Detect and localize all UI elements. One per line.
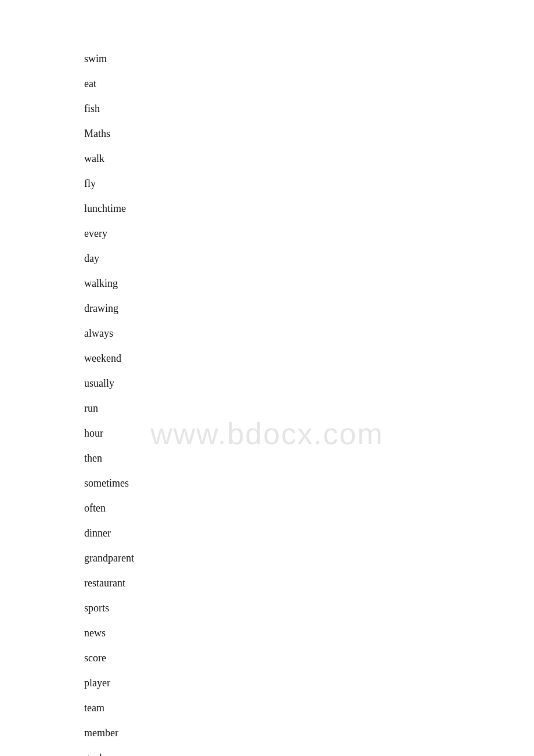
list-item: sometimes [84,471,534,496]
list-item: drawing [84,296,534,321]
list-item: always [84,321,534,346]
list-item: fish [84,96,534,121]
list-item: fly [84,171,534,196]
list-item: run [84,396,534,421]
list-item: lunchtime [84,196,534,221]
list-item: goal [84,746,534,756]
list-item: player [84,671,534,696]
list-item: day [84,246,534,271]
list-item: then [84,446,534,471]
list-item: grandparent [84,546,534,571]
list-item: usually [84,371,534,396]
list-item: hour [84,421,534,446]
list-item: restaurant [84,571,534,596]
list-item: team [84,696,534,721]
list-item: member [84,721,534,746]
word-list: swimeatfishMathswalkflylunchtimeeveryday… [0,0,534,756]
list-item: walking [84,271,534,296]
list-item: eat [84,71,534,96]
list-item: often [84,496,534,521]
list-item: weekend [84,346,534,371]
list-item: score [84,646,534,671]
list-item: news [84,621,534,646]
list-item: sports [84,596,534,621]
list-item: Maths [84,121,534,146]
list-item: walk [84,146,534,171]
list-item: dinner [84,521,534,546]
list-item: every [84,221,534,246]
list-item: swim [84,46,534,71]
